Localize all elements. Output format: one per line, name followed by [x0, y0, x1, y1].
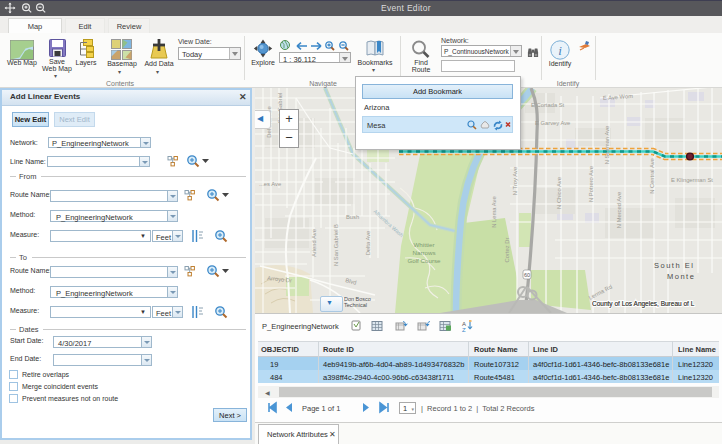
svg-text:i: i: [558, 43, 562, 58]
svg-text:Narrows: Narrows: [412, 249, 435, 256]
svg-text:N Potrero Ave: N Potrero Ave: [588, 166, 594, 202]
svg-text:Ariend Ave: Ariend Ave: [311, 229, 317, 257]
svg-text:Technical: Technical: [344, 302, 367, 308]
svg-text:Golf Course: Golf Course: [407, 257, 441, 264]
svg-text:Bush: Bush: [346, 214, 359, 220]
svg-text:N Merced Ave: N Merced Ave: [616, 192, 622, 228]
svg-text:Cortez Dr: Cortez Dr: [504, 238, 510, 263]
svg-text:N Central Ave: N Central Ave: [649, 158, 655, 194]
svg-text:Page 1 of 1: Page 1 of 1: [302, 404, 340, 413]
svg-text:N San Gabriel B: N San Gabriel B: [333, 224, 339, 266]
svg-text:N Chico Ave: N Chico Ave: [556, 177, 562, 209]
svg-text:County of Los Angeles, Bureau: County of Los Angeles, Bureau of L: [592, 300, 695, 308]
svg-text:N Seaman Ave: N Seaman Ave: [604, 126, 610, 165]
svg-text:South El: South El: [654, 261, 694, 270]
svg-text:E Garvey Ave: E Garvey Ave: [535, 120, 570, 126]
svg-text:E Klingerman St: E Klingerman St: [671, 177, 713, 183]
svg-text:Delta Ave: Delta Ave: [365, 231, 371, 256]
svg-text:N Troy Ave: N Troy Ave: [512, 167, 518, 195]
svg-text:Whittier: Whittier: [414, 241, 435, 248]
svg-text:...es Ave: ...es Ave: [259, 181, 281, 187]
svg-text:Monte: Monte: [667, 272, 695, 281]
svg-text:Z: Z: [462, 327, 466, 333]
svg-text:E Cortada St: E Cortada St: [531, 102, 565, 108]
svg-text:60: 60: [524, 272, 530, 278]
svg-text:N Lema Ave: N Lema Ave: [491, 196, 497, 227]
